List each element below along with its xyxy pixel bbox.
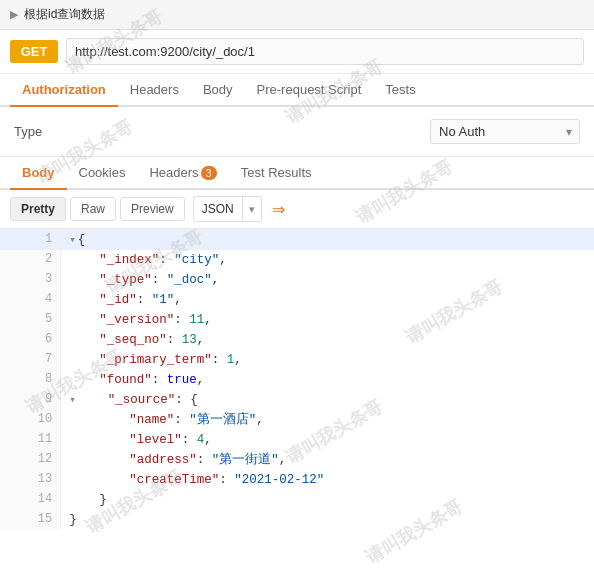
line-content: } (61, 490, 594, 510)
format-type-label: JSON (194, 198, 242, 220)
line-number: 9 (0, 390, 61, 410)
line-number: 3 (0, 270, 61, 290)
json-punctuation: , (219, 253, 227, 267)
format-btn-pretty[interactable]: Pretty (10, 197, 66, 221)
line-number: 7 (0, 350, 61, 370)
line-content: "createTime": "2021-02-12" (61, 470, 594, 490)
json-string: "city" (174, 253, 219, 267)
response-tab-body[interactable]: Body (10, 157, 67, 190)
line-content: "level": 4, (61, 430, 594, 450)
json-number: 11 (189, 313, 204, 327)
tab-pre-request-script[interactable]: Pre-request Script (245, 74, 374, 107)
line-number: 8 (0, 370, 61, 390)
json-punctuation: : { (175, 393, 198, 407)
line-content: "_primary_term": 1, (61, 350, 594, 370)
response-tab-test-results[interactable]: Test Results (229, 157, 324, 190)
line-content: ▾{ (61, 230, 594, 250)
line-number: 1 (0, 230, 61, 250)
line-content: "name": "第一酒店", (61, 410, 594, 430)
breadcrumb-text: 根据id查询数据 (24, 6, 105, 23)
expand-icon[interactable]: ▾ (69, 394, 76, 406)
auth-select-container: No AuthBearer TokenBasic AuthAPI KeyOAut… (430, 119, 580, 144)
json-punctuation: : (197, 453, 212, 467)
format-btn-preview[interactable]: Preview (120, 197, 185, 221)
json-punctuation: , (256, 413, 264, 427)
json-punctuation: : (137, 293, 152, 307)
json-punctuation: , (234, 353, 242, 367)
json-line-12: 12 "address": "第一街道", (0, 450, 594, 470)
line-content: "_version": 11, (61, 310, 594, 330)
tab-tests[interactable]: Tests (373, 74, 427, 107)
json-punctuation: } (69, 493, 107, 507)
json-key: "level" (69, 433, 182, 447)
line-number: 14 (0, 490, 61, 510)
url-input[interactable] (66, 38, 584, 65)
request-tabs-row: AuthorizationHeadersBodyPre-request Scri… (0, 74, 594, 107)
line-number: 6 (0, 330, 61, 350)
line-number: 10 (0, 410, 61, 430)
format-select-group: JSON▾ (193, 196, 262, 222)
breadcrumb-arrow: ▶ (10, 8, 18, 21)
format-row: PrettyRawPreviewJSON▾⇒ (0, 190, 594, 229)
line-content: ▾ "_source": { (61, 390, 594, 410)
line-content: } (61, 510, 594, 530)
line-number: 2 (0, 250, 61, 270)
line-number: 11 (0, 430, 61, 450)
tab-headers[interactable]: Headers (118, 74, 191, 107)
format-dropdown-arrow[interactable]: ▾ (243, 199, 261, 220)
json-line-14: 14 } (0, 490, 594, 510)
wrap-toggle-icon[interactable]: ⇒ (272, 200, 285, 219)
json-key: "_index" (69, 253, 159, 267)
json-punctuation: , (212, 273, 220, 287)
json-number: 13 (182, 333, 197, 347)
json-line-3: 3 "_type": "_doc", (0, 270, 594, 290)
json-key: "found" (69, 373, 152, 387)
http-method-badge: GET (10, 40, 58, 63)
tab-authorization[interactable]: Authorization (10, 74, 118, 107)
json-punctuation: : (167, 333, 182, 347)
json-punctuation: : (219, 473, 234, 487)
json-key: "_source" (78, 393, 176, 407)
response-tab-cookies[interactable]: Cookies (67, 157, 138, 190)
json-line-8: 8 "found": true, (0, 370, 594, 390)
line-content: "_type": "_doc", (61, 270, 594, 290)
format-btn-raw[interactable]: Raw (70, 197, 116, 221)
json-punctuation: { (78, 233, 86, 247)
json-punctuation: , (204, 433, 212, 447)
response-tabs-row: BodyCookiesHeaders3Test Results (0, 157, 594, 190)
json-line-1: 1▾{ (0, 230, 594, 250)
json-punctuation: : (182, 433, 197, 447)
json-line-6: 6 "_seq_no": 13, (0, 330, 594, 350)
line-number: 5 (0, 310, 61, 330)
json-punctuation: : (159, 253, 174, 267)
expand-icon[interactable]: ▾ (69, 234, 76, 246)
json-punctuation: : (174, 413, 189, 427)
json-line-9: 9▾ "_source": { (0, 390, 594, 410)
line-number: 4 (0, 290, 61, 310)
auth-section: Type No AuthBearer TokenBasic AuthAPI Ke… (0, 107, 594, 157)
json-key: "createTime" (69, 473, 219, 487)
json-key: "_version" (69, 313, 174, 327)
json-line-10: 10 "name": "第一酒店", (0, 410, 594, 430)
headers-badge: 3 (201, 166, 217, 180)
tab-body[interactable]: Body (191, 74, 245, 107)
line-content: "_index": "city", (61, 250, 594, 270)
json-punctuation: , (279, 453, 287, 467)
json-key: "_type" (69, 273, 152, 287)
line-number: 15 (0, 510, 61, 530)
line-content: "found": true, (61, 370, 594, 390)
json-punctuation: : (152, 373, 167, 387)
json-string: "1" (152, 293, 175, 307)
json-key: "_seq_no" (69, 333, 167, 347)
auth-type-label: Type (14, 124, 54, 139)
line-content: "_seq_no": 13, (61, 330, 594, 350)
json-line-4: 4 "_id": "1", (0, 290, 594, 310)
json-table: 1▾{2 "_index": "city",3 "_type": "_doc",… (0, 230, 594, 530)
auth-type-select[interactable]: No AuthBearer TokenBasic AuthAPI KeyOAut… (430, 119, 580, 144)
json-punctuation: : (152, 273, 167, 287)
response-tab-headers[interactable]: Headers3 (137, 157, 228, 190)
json-line-5: 5 "_version": 11, (0, 310, 594, 330)
line-number: 12 (0, 450, 61, 470)
json-punctuation: , (197, 373, 205, 387)
json-punctuation: , (174, 293, 182, 307)
